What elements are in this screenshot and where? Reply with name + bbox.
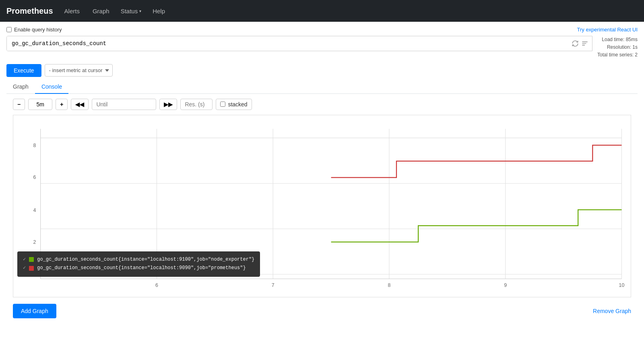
query-input[interactable] [7,36,571,51]
main-content: Enable query history Try experimental Re… [0,22,644,323]
nav-alerts[interactable]: Alerts [63,5,81,17]
forward-button[interactable]: ▶▶ [159,99,177,110]
tab-graph[interactable]: Graph [6,80,35,94]
legend-check-2: ✓ [23,264,26,273]
until-input[interactable] [92,99,156,110]
enable-query-history-label[interactable]: Enable query history [6,27,62,33]
series-prometheus [331,145,622,177]
y-label-4: 4 [33,207,36,213]
refresh-icon[interactable] [571,39,579,48]
x-label-7: 7 [272,282,275,288]
add-graph-button[interactable]: Add Graph [13,304,56,318]
y-label-2: 2 [33,239,36,245]
zoom-out-button[interactable]: − [13,99,25,110]
top-bar: Enable query history Try experimental Re… [6,27,638,33]
navbar: Prometheus Alerts Graph Status ▾ Help [0,0,644,22]
duration-input[interactable] [28,99,52,110]
y-label-6: 6 [33,174,36,180]
y-label-8: 8 [33,143,36,148]
nav-status-dropdown[interactable]: Status ▾ [121,8,142,15]
x-label-9: 9 [504,282,507,288]
execute-button[interactable]: Execute [6,64,41,77]
res-input[interactable] [180,99,213,110]
legend-swatch-red [29,266,34,271]
stacked-label[interactable]: stacked [216,99,252,110]
x-label-6: 6 [155,282,158,288]
legend-label-node-exporter: go_gc_duration_seconds_count{instance="l… [37,255,254,264]
buttons-row: Execute - insert metric at cursor [6,64,638,77]
legend-item-prometheus: ✓ go_gc_duration_seconds_count{instance=… [23,264,254,273]
chart-container: 8 6 4 2 6 7 8 9 10 ✓ go_gc_duration_seco… [13,115,631,297]
series-node-exporter [331,210,622,242]
x-label-10: 10 [619,282,625,288]
metric-insert-select[interactable]: - insert metric at cursor [45,64,113,77]
footer-row: Add Graph Remove Graph [6,297,638,318]
legend-swatch-green [29,257,34,262]
lines-icon [581,39,589,48]
legend-label-prometheus: go_gc_duration_seconds_count{instance="l… [37,264,246,273]
nav-help[interactable]: Help [151,5,167,17]
graph-controls: − + ◀◀ ▶▶ stacked [13,99,638,110]
legend-check-1: ✓ [23,255,26,264]
brand-logo[interactable]: Prometheus [6,6,53,16]
legend-box: ✓ go_gc_duration_seconds_count{instance=… [17,251,260,277]
stacked-checkbox[interactable] [220,102,225,107]
legend-item-node-exporter: ✓ go_gc_duration_seconds_count{instance=… [23,255,254,264]
tabs: Graph Console [6,80,638,94]
back-button[interactable]: ◀◀ [71,99,89,110]
enable-query-history-checkbox[interactable] [6,27,12,32]
react-ui-link[interactable]: Try experimental React UI [577,27,638,33]
nav-graph[interactable]: Graph [91,5,111,17]
chevron-down-icon: ▾ [139,9,141,13]
zoom-in-button[interactable]: + [56,99,68,110]
tab-console[interactable]: Console [35,80,68,94]
remove-graph-button[interactable]: Remove Graph [593,308,631,314]
info-stats: Load time: 85ms Resolution: 1s Total tim… [597,36,638,59]
x-label-8: 8 [388,282,390,288]
nav-status-label: Status [121,8,138,15]
query-icons [571,39,592,48]
query-input-wrapper [6,36,592,51]
